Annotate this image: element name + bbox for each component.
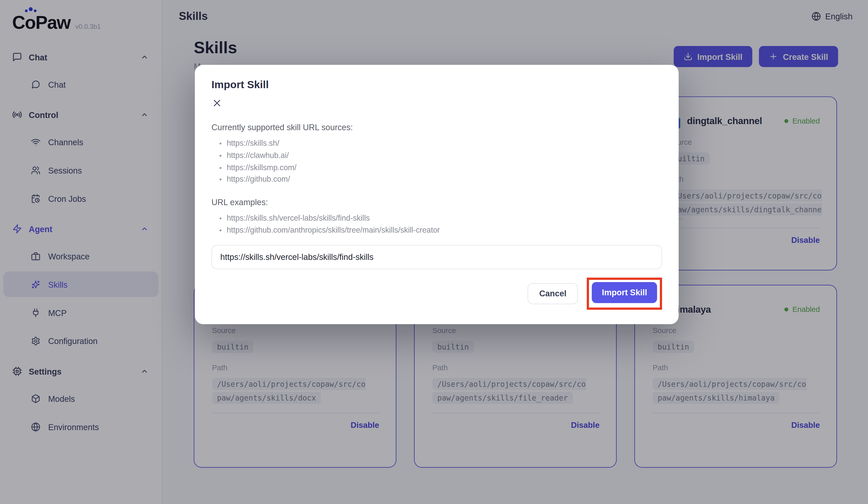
close-icon[interactable] bbox=[211, 98, 223, 109]
cancel-button[interactable]: Cancel bbox=[528, 283, 578, 304]
sources-list: https://skills.sh/ https://clawhub.ai/ h… bbox=[211, 137, 662, 186]
modal-import-skill-button[interactable]: Import Skill bbox=[592, 282, 657, 303]
list-item: https://skills.sh/vercel-labs/skills/fin… bbox=[219, 212, 662, 224]
examples-heading: URL examples: bbox=[211, 198, 662, 207]
list-item: https://github.com/ bbox=[219, 174, 662, 186]
examples-list: https://skills.sh/vercel-labs/skills/fin… bbox=[211, 212, 662, 236]
list-item: https://skillsmp.com/ bbox=[219, 162, 662, 173]
list-item: https://skills.sh/ bbox=[219, 137, 662, 149]
modal-title: Import Skill bbox=[211, 79, 662, 91]
annotation-highlight-box: Import Skill bbox=[587, 278, 662, 310]
import-skill-modal: Import Skill Currently supported skill U… bbox=[195, 65, 679, 324]
list-item: https://clawhub.ai/ bbox=[219, 150, 662, 162]
sources-heading: Currently supported skill URL sources: bbox=[211, 123, 662, 132]
list-item: https://github.com/anthropics/skills/tre… bbox=[219, 224, 662, 236]
skill-url-input[interactable] bbox=[211, 245, 662, 269]
